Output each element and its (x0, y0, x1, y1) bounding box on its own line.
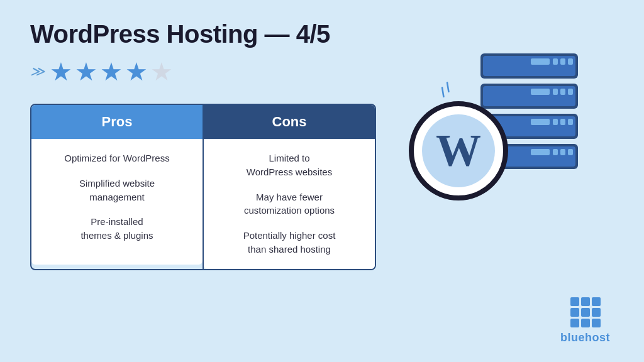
grid-cell-6 (592, 308, 601, 317)
svg-rect-5 (568, 58, 573, 65)
pros-item-2: Simplified websitemanagement (42, 177, 192, 204)
svg-rect-11 (568, 89, 573, 95)
bluehost-grid-icon (570, 297, 601, 327)
grid-cell-2 (581, 297, 590, 306)
cons-header: Cons (204, 105, 375, 139)
star-2-icon: ★ (75, 57, 97, 86)
pros-item-3: Pre-installedthemes & plugins (42, 215, 192, 243)
grid-cell-1 (570, 297, 579, 306)
svg-rect-23 (568, 149, 573, 155)
svg-rect-2 (531, 58, 550, 65)
svg-rect-15 (553, 119, 558, 125)
cons-body: Limited toWordPress websites May have fe… (204, 139, 375, 269)
svg-rect-20 (531, 149, 550, 155)
grid-cell-5 (581, 308, 590, 317)
pros-item-1: Optimized for WordPress (42, 151, 192, 165)
svg-rect-21 (553, 149, 558, 155)
star-accent-icon: ≫ (30, 63, 45, 80)
svg-rect-14 (531, 119, 550, 125)
cons-item-1: Limited toWordPress websites (214, 151, 365, 179)
pros-header: Pros (31, 105, 203, 139)
svg-rect-3 (553, 58, 558, 65)
grid-cell-4 (570, 308, 579, 317)
svg-rect-16 (560, 119, 565, 125)
server-illustration: W / / (405, 35, 594, 276)
grid-cell-7 (570, 319, 579, 327)
pros-body: Optimized for WordPress Simplified websi… (31, 139, 203, 265)
svg-rect-9 (553, 89, 558, 95)
star-4-icon: ★ (125, 57, 148, 86)
svg-text:W: W (436, 125, 481, 175)
pros-cons-table: Pros Optimized for WordPress Simplified … (30, 104, 376, 270)
cons-column: Cons Limited toWordPress websites May ha… (203, 104, 376, 270)
main-container: WordPress Hosting — 4/5 ≫ ★ ★ ★ ★ ★ Pros… (0, 0, 644, 362)
star-1-icon: ★ (50, 57, 72, 86)
cons-item-2: May have fewercustomization options (214, 190, 365, 218)
server-svg: W / / (405, 35, 594, 273)
svg-rect-10 (560, 89, 565, 95)
svg-rect-17 (568, 119, 573, 125)
svg-rect-8 (531, 89, 550, 95)
svg-rect-22 (560, 149, 565, 155)
grid-cell-8 (581, 319, 590, 327)
svg-rect-4 (560, 58, 565, 65)
bluehost-label: bluehost (560, 331, 610, 344)
grid-cell-9 (592, 319, 601, 327)
cons-item-3: Potentially higher costthan shared hosti… (214, 229, 365, 256)
bluehost-logo: bluehost (560, 297, 610, 344)
grid-cell-3 (592, 297, 601, 306)
star-3-icon: ★ (100, 57, 123, 86)
pros-column: Pros Optimized for WordPress Simplified … (30, 104, 203, 270)
star-5-icon: ★ (150, 57, 173, 86)
